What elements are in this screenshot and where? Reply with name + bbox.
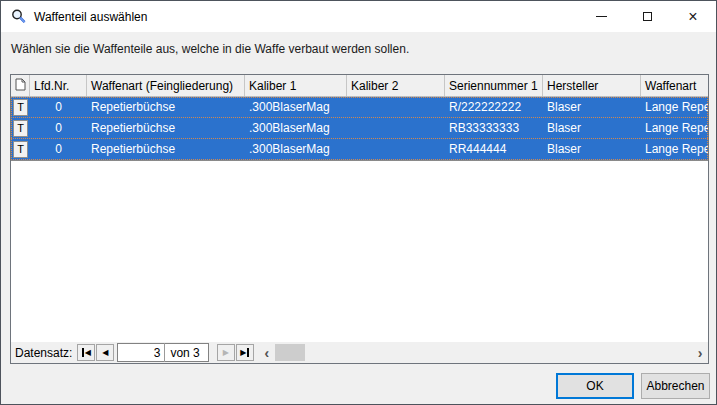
maximize-icon	[643, 12, 652, 21]
cell-hersteller: Blaser	[543, 97, 641, 117]
column-header-waffenart-feingliederung[interactable]: Waffenart (Feingliederung)	[87, 75, 245, 96]
scrollbar-track[interactable]	[305, 344, 692, 361]
scroll-left-icon[interactable]: ‹	[259, 343, 275, 363]
current-record-field[interactable]: 3	[118, 346, 164, 360]
maximize-button[interactable]	[624, 1, 670, 32]
cell-seriennummer1: R/222222222	[445, 97, 543, 117]
cell-hersteller: Blaser	[543, 118, 641, 138]
selected-rows-block: T 0 Repetierbüchse .300BlaserMag R/22222…	[11, 97, 708, 160]
cell-kaliber2	[347, 139, 445, 159]
cell-waffenart-feingliederung: Repetierbüchse	[87, 97, 245, 117]
horizontal-scrollbar[interactable]: ‹ ›	[259, 342, 708, 363]
column-header-waffenart[interactable]: Waffenart	[641, 75, 708, 96]
cell-kaliber1: .300BlaserMag	[245, 139, 347, 159]
first-record-bar-icon	[82, 348, 84, 357]
cell-hersteller: Blaser	[543, 139, 641, 159]
record-position-strip: 3 von 3	[117, 343, 208, 362]
cell-lfdnr: 0	[30, 97, 87, 117]
last-record-button[interactable]: ▶	[236, 344, 254, 361]
titlebar: Waffenteil auswählen ×	[1, 1, 716, 32]
table-row[interactable]: T 0 Repetierbüchse .300BlaserMag RB33333…	[11, 118, 708, 139]
last-record-icon: ▶	[240, 349, 246, 357]
column-header-lfdnr[interactable]: Lfd.Nr.	[30, 75, 87, 96]
cell-kaliber1: .300BlaserMag	[245, 97, 347, 117]
weapon-parts-grid: Lfd.Nr. Waffenart (Feingliederung) Kalib…	[10, 74, 709, 364]
cell-waffenart: Lange Repetie	[641, 118, 708, 138]
cell-kaliber2	[347, 97, 445, 117]
cell-waffenart-feingliederung: Repetierbüchse	[87, 139, 245, 159]
window-controls: ×	[578, 1, 716, 32]
magnifier-icon	[10, 8, 27, 25]
row-type-badge: T	[13, 120, 28, 137]
close-button[interactable]: ×	[670, 1, 716, 32]
select-all-cell[interactable]	[11, 75, 30, 96]
cell-lfdnr: 0	[30, 139, 87, 159]
document-icon	[15, 78, 26, 94]
column-header-seriennummer1[interactable]: Seriennummer 1	[445, 75, 543, 96]
cell-seriennummer1: RB33333333	[445, 118, 543, 138]
previous-record-icon: ◀	[102, 349, 108, 357]
next-record-button[interactable]: ▶	[217, 344, 235, 361]
row-type-badge: T	[13, 99, 28, 116]
column-header-kaliber2[interactable]: Kaliber 2	[347, 75, 445, 96]
cell-seriennummer1: RR444444	[445, 139, 543, 159]
row-type-cell[interactable]: T	[11, 97, 30, 117]
minimize-button[interactable]	[578, 1, 624, 32]
cell-waffenart: Lange Repetie	[641, 97, 708, 117]
scrollbar-thumb[interactable]	[275, 344, 305, 361]
window-title: Waffenteil auswählen	[34, 10, 147, 24]
cell-kaliber2	[347, 118, 445, 138]
record-count-label: von 3	[165, 346, 207, 360]
next-record-icon: ▶	[223, 349, 229, 357]
ok-button[interactable]: OK	[556, 373, 634, 399]
row-type-cell[interactable]: T	[11, 139, 30, 159]
cell-lfdnr: 0	[30, 118, 87, 138]
instruction-text: Wählen sie die Waffenteile aus, welche i…	[11, 42, 409, 56]
cell-waffenart: Lange Repetie	[641, 139, 708, 159]
record-navigator-bar: Datensatz: ◀ ◀ 3 von 3 ▶ ▶ ‹	[11, 342, 708, 363]
column-header-hersteller[interactable]: Hersteller	[543, 75, 641, 96]
dialog-waffenteil-auswaehlen: Waffenteil auswählen × Wählen sie die Wa…	[0, 0, 717, 405]
record-navigator-label: Datensatz:	[11, 346, 77, 360]
first-record-button[interactable]: ◀	[77, 344, 95, 361]
column-header-kaliber1[interactable]: Kaliber 1	[245, 75, 347, 96]
grid-empty-area	[11, 161, 708, 342]
table-row[interactable]: T 0 Repetierbüchse .300BlaserMag R/22222…	[11, 97, 708, 118]
first-record-icon: ◀	[85, 349, 91, 357]
minimize-icon	[596, 16, 607, 17]
last-record-bar-icon	[247, 348, 249, 357]
cancel-button[interactable]: Abbrechen	[641, 373, 710, 399]
grid-header-row: Lfd.Nr. Waffenart (Feingliederung) Kalib…	[11, 75, 708, 97]
scroll-right-icon[interactable]: ›	[692, 343, 708, 363]
row-type-cell[interactable]: T	[11, 118, 30, 138]
cell-waffenart-feingliederung: Repetierbüchse	[87, 118, 245, 138]
table-row[interactable]: T 0 Repetierbüchse .300BlaserMag RR44444…	[11, 139, 708, 160]
close-icon: ×	[688, 9, 697, 25]
previous-record-button[interactable]: ◀	[96, 344, 114, 361]
row-type-badge: T	[13, 141, 28, 158]
cell-kaliber1: .300BlaserMag	[245, 118, 347, 138]
